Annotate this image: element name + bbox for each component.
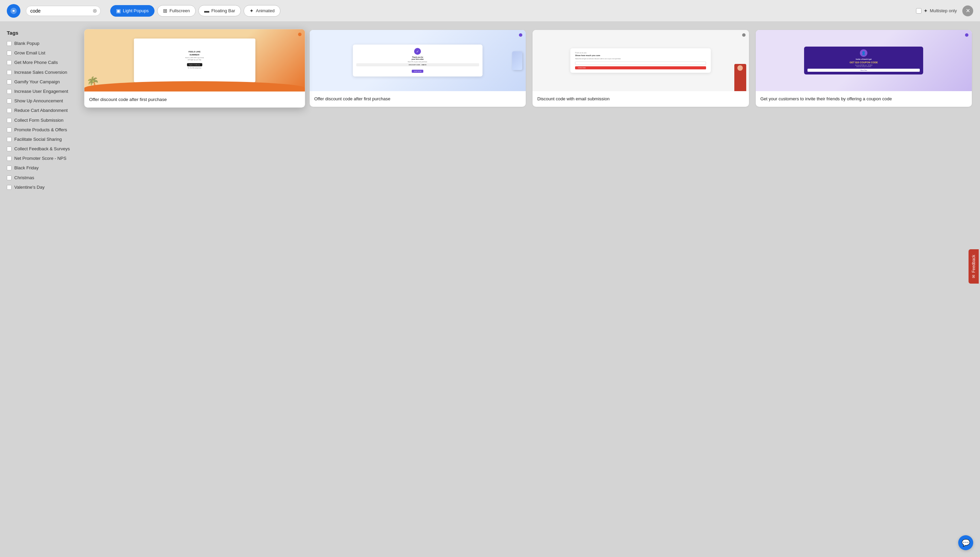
tag-checkbox-black-friday[interactable]: [7, 166, 11, 170]
header: ⊗ ▣ Light Popups ⊞ Fullscreen ▬ Floating…: [0, 0, 980, 22]
tag-christmas[interactable]: Christmas: [7, 175, 72, 181]
logo: [7, 4, 20, 18]
header-right: ✦ Multistep only ✕: [916, 5, 973, 16]
filter-floating-bar[interactable]: ▬ Floating Bar: [198, 5, 241, 16]
card-popup-mockup: FEELS LIKE SUMMER! Here's a 25% Off Coup…: [134, 38, 255, 82]
multistep-checkbox[interactable]: [916, 8, 921, 14]
tag-checkbox-announcement[interactable]: [7, 99, 11, 103]
card-popup-mockup-3: From us to you Show how much you care Su…: [570, 48, 711, 73]
animated-icon: ✦: [250, 8, 254, 14]
tag-collect-feedback-surveys[interactable]: Collect Feedback & Surveys: [7, 146, 72, 152]
person-decoration: [734, 64, 746, 91]
light-popups-icon: ▣: [116, 8, 121, 14]
filter-fullscreen[interactable]: ⊞ Fullscreen: [157, 5, 196, 17]
multistep-filter[interactable]: ✦ Multistep only: [916, 8, 957, 14]
tag-gamify-your-campaign[interactable]: Gamify Your Campaign: [7, 79, 72, 85]
card-popup-mockup-2: Thank you foryour first order Save 5% on…: [353, 44, 482, 77]
avatar-icon: [860, 49, 867, 57]
tag-checkbox-social-sharing[interactable]: [7, 137, 11, 142]
tag-checkbox-nps[interactable]: [7, 156, 11, 161]
template-card-4[interactable]: Invite a friend & get GET $10 COUPON COD…: [756, 30, 972, 107]
feedback-icon: ✉: [972, 275, 976, 278]
tag-checkbox-promote-products[interactable]: [7, 127, 11, 132]
tag-get-more-phone-calls[interactable]: Get More Phone Calls: [7, 60, 72, 66]
tag-checkbox-user-engagement[interactable]: [7, 89, 11, 94]
tag-checkbox-gamify[interactable]: [7, 80, 11, 84]
tag-increase-user-engagement[interactable]: Increase User Engagement: [7, 88, 72, 94]
template-card-1[interactable]: 🌴 FEELS LIKE SUMMER! Here's a 25% Off Co…: [84, 29, 305, 108]
tag-facilitate-social-sharing[interactable]: Facilitate Social Sharing: [7, 136, 72, 142]
floating-bar-icon: ▬: [204, 8, 209, 14]
tag-increase-sales-conversion[interactable]: Increase Sales Conversion: [7, 69, 72, 75]
tag-valentines-day[interactable]: Valentine's Day: [7, 184, 72, 191]
tag-checkbox-christmas[interactable]: [7, 176, 11, 180]
close-button[interactable]: ✕: [962, 5, 973, 16]
tag-grow-email-list[interactable]: Grow Email List: [7, 50, 72, 56]
card-image-2: Thank you foryour first order Save 5% on…: [310, 30, 526, 91]
template-card-3[interactable]: From us to you Show how much you care Su…: [532, 30, 749, 107]
card-title-2: Offer discount code after first purchase: [314, 96, 521, 102]
multistep-sparkle-icon: ✦: [923, 8, 928, 14]
tag-checkbox-grow-email[interactable]: [7, 50, 11, 55]
card-dot-1: [298, 33, 301, 36]
chat-icon: 💬: [962, 539, 970, 547]
feedback-label: Feedback: [972, 255, 976, 273]
card-dot-4: [965, 33, 969, 37]
check-circle-icon: [414, 48, 421, 55]
search-clear-icon[interactable]: ⊗: [93, 8, 97, 14]
filter-animated[interactable]: ✦ Animated: [243, 5, 280, 17]
card-image-4: Invite a friend & get GET $10 COUPON COD…: [756, 30, 972, 91]
sidebar: Tags Blank Popup Grow Email List Get Mor…: [0, 22, 78, 557]
card-image-3: From us to you Show how much you care Su…: [532, 30, 749, 91]
tag-checkbox-feedback-surveys[interactable]: [7, 147, 11, 151]
tag-blank-popup[interactable]: Blank Popup: [7, 41, 72, 47]
chat-button[interactable]: 💬: [958, 535, 973, 550]
filter-group: ▣ Light Popups ⊞ Fullscreen ▬ Floating B…: [110, 5, 280, 17]
card-title-3: Discount code with email submission: [537, 96, 744, 102]
filter-light-popups[interactable]: ▣ Light Popups: [110, 5, 155, 17]
template-grid: 🌴 FEELS LIKE SUMMER! Here's a 25% Off Co…: [78, 22, 980, 557]
phone-decoration: [512, 51, 522, 70]
page-body: Tags Blank Popup Grow Email List Get Mor…: [0, 22, 980, 557]
card-dot-2: [519, 33, 522, 37]
tag-checkbox-form-submission[interactable]: [7, 118, 11, 123]
card-title-1: Offer discount code after first purchase: [89, 96, 300, 103]
feedback-tab[interactable]: ✉ Feedback: [969, 249, 979, 283]
card-popup-mockup-4: Invite a friend & get GET $10 COUPON COD…: [804, 47, 923, 75]
tag-checkbox-valentines[interactable]: [7, 185, 11, 190]
tag-show-up-announcement[interactable]: Show Up Announcement: [7, 98, 72, 104]
search-box[interactable]: ⊗: [26, 6, 101, 16]
tag-net-promoter-score[interactable]: Net Promoter Score - NPS: [7, 155, 72, 161]
tag-checkbox-blank-popup[interactable]: [7, 41, 11, 46]
card-image-1: 🌴 FEELS LIKE SUMMER! Here's a 25% Off Co…: [84, 29, 305, 92]
tag-checkbox-cart-abandonment[interactable]: [7, 108, 11, 113]
card-body-2: Offer discount code after first purchase: [310, 91, 526, 107]
sidebar-title: Tags: [7, 30, 72, 36]
template-card-2[interactable]: Thank you foryour first order Save 5% on…: [310, 30, 526, 107]
wave-decoration: [84, 81, 305, 92]
fullscreen-icon: ⊞: [163, 8, 167, 14]
card-dot-3: [742, 33, 746, 37]
search-input[interactable]: [30, 8, 90, 14]
tag-reduce-cart-abandonment[interactable]: Reduce Cart Abandonment: [7, 107, 72, 114]
tag-collect-form-submission[interactable]: Collect Form Submission: [7, 117, 72, 124]
card-body-4: Get your customers to invite their frien…: [756, 91, 972, 107]
tag-checkbox-sales-conversion[interactable]: [7, 70, 11, 75]
card-body-3: Discount code with email submission: [532, 91, 749, 107]
card-body-1: Offer discount code after first purchase: [84, 91, 305, 107]
tag-checkbox-phone-calls[interactable]: [7, 60, 11, 65]
card-title-4: Get your customers to invite their frien…: [761, 96, 967, 102]
tag-black-friday[interactable]: Black Friday: [7, 165, 72, 171]
tag-promote-products[interactable]: Promote Products & Offers: [7, 127, 72, 133]
